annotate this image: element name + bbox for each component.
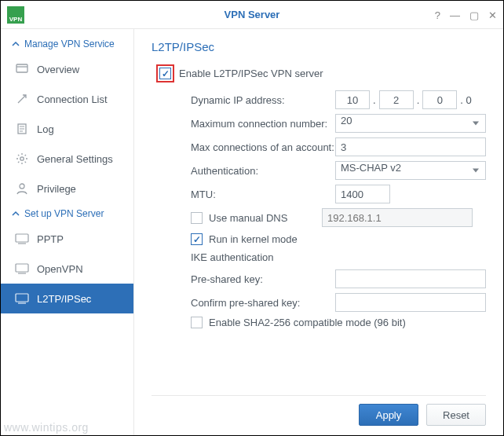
window-title: VPN Server [1, 9, 503, 20]
section-label: Set up VPN Server [24, 208, 104, 219]
minimize-icon[interactable]: — [450, 9, 460, 21]
svg-point-7 [20, 184, 24, 189]
psk-label: Pre-shared key: [191, 273, 335, 285]
sidebar-section-manage[interactable]: Manage VPN Service [1, 34, 133, 54]
chevron-up-icon [12, 40, 20, 48]
user-icon [15, 181, 29, 196]
max-acc-label: Max connections of an account: [191, 141, 335, 153]
help-icon[interactable]: ? [435, 9, 440, 21]
sidebar-item-label: General Settings [37, 153, 113, 165]
sidebar-item-openvpn[interactable]: OpenVPN [1, 254, 133, 284]
apply-button[interactable]: Apply [359, 404, 418, 426]
manual-dns-label: Use manual DNS [209, 212, 316, 224]
log-icon [15, 122, 29, 136]
manual-dns-input [322, 208, 473, 227]
content-pane: L2TP/IPSec Enable L2TP/IPSec VPN server … [134, 29, 503, 435]
gear-icon [15, 152, 29, 166]
mtu-input[interactable] [335, 185, 390, 203]
openvpn-icon [15, 262, 29, 276]
kernel-mode-label: Run in kernel mode [209, 233, 298, 245]
watermark: www.wintips.org [4, 421, 89, 434]
svg-rect-0 [16, 64, 27, 72]
sidebar-item-label: Overview [37, 64, 79, 75]
reset-button[interactable]: Reset [426, 404, 486, 426]
footer-bar: Apply Reset [152, 395, 486, 435]
max-acc-input[interactable] [335, 137, 486, 156]
page-title: L2TP/IPSec [152, 40, 486, 53]
dot: . [373, 94, 376, 106]
svg-rect-8 [16, 234, 28, 242]
sha2-label: Enable SHA2-256 compatible mode (96 bit) [209, 317, 406, 328]
ip-suffix: . 0 [460, 94, 471, 106]
sidebar-item-label: OpenVPN [37, 263, 83, 275]
ip-octet-2[interactable] [379, 90, 414, 109]
kernel-mode-checkbox[interactable] [191, 233, 203, 245]
max-conn-select[interactable]: 20 [335, 114, 486, 133]
sidebar-item-privilege[interactable]: Privilege [1, 174, 133, 203]
sidebar-item-label: Privilege [37, 183, 76, 195]
sidebar-item-label: L2TP/IPSec [37, 293, 91, 305]
manual-dns-checkbox[interactable] [191, 212, 203, 224]
ike-header: IKE authentication [191, 251, 486, 263]
psk-input[interactable] [335, 269, 486, 288]
psk2-input[interactable] [335, 293, 486, 312]
sha2-checkbox[interactable] [191, 317, 203, 328]
pptp-icon [15, 232, 29, 246]
auth-label: Authentication: [191, 165, 335, 177]
sidebar-item-connection-list[interactable]: Connection List [1, 84, 133, 114]
close-icon[interactable]: ✕ [488, 9, 497, 21]
mtu-label: MTU: [191, 189, 335, 200]
sidebar-item-label: PPTP [37, 233, 64, 245]
chevron-up-icon [12, 210, 20, 218]
titlebar: VPN VPN Server ? — ▢ ✕ [1, 1, 503, 29]
sidebar-section-setup[interactable]: Set up VPN Server [1, 203, 133, 224]
enable-label: Enable L2TP/IPSec VPN server [179, 68, 323, 79]
window-controls: ? — ▢ ✕ [435, 1, 497, 29]
dynamic-ip-label: Dynamic IP address: [191, 94, 335, 106]
enable-checkbox-highlight [156, 64, 174, 82]
sidebar-item-pptp[interactable]: PPTP [1, 224, 133, 254]
ip-octet-1[interactable] [335, 90, 370, 109]
enable-checkbox[interactable] [159, 68, 171, 79]
svg-rect-10 [16, 264, 28, 272]
psk2-label: Confirm pre-shared key: [191, 297, 335, 309]
svg-rect-12 [16, 294, 28, 302]
dot: . [417, 94, 420, 106]
ip-octet-3[interactable] [422, 90, 457, 109]
enable-row: Enable L2TP/IPSec VPN server [156, 64, 486, 82]
l2tp-icon [15, 291, 29, 306]
section-label: Manage VPN Service [24, 38, 115, 49]
sidebar-item-label: Connection List [37, 93, 108, 105]
connection-icon [15, 92, 29, 106]
sidebar-item-overview[interactable]: Overview [1, 54, 133, 84]
sidebar-item-log[interactable]: Log [1, 114, 133, 144]
svg-point-6 [20, 157, 24, 160]
auth-select[interactable]: MS-CHAP v2 [335, 161, 486, 180]
dynamic-ip-group: . . . 0 [335, 90, 472, 109]
sidebar: Manage VPN Service Overview Connection L… [1, 29, 134, 435]
sidebar-item-l2tp[interactable]: L2TP/IPSec [1, 284, 133, 313]
max-conn-label: Maximum connection number: [191, 118, 335, 130]
overview-icon [15, 62, 29, 76]
sidebar-item-general-settings[interactable]: General Settings [1, 144, 133, 174]
maximize-icon[interactable]: ▢ [469, 9, 479, 21]
sidebar-item-label: Log [37, 123, 54, 135]
